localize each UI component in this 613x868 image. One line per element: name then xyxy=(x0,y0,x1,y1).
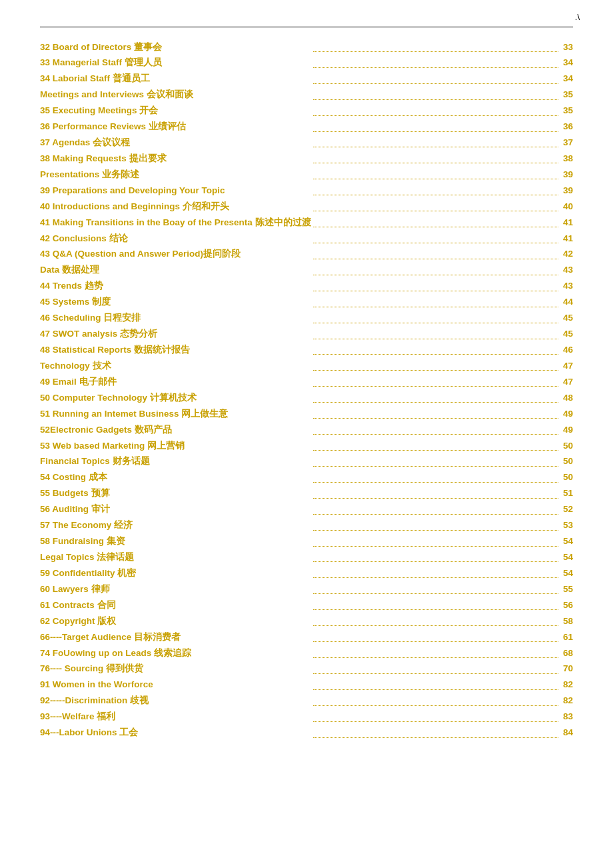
toc-page-number: 52 xyxy=(560,502,573,518)
toc-entry-label: 62 Copyright 版权 xyxy=(40,613,311,629)
toc-entry-label: 92-----Discrimination 歧视 xyxy=(40,693,311,709)
toc-entry-label: 32 Board of Directors 董事会 xyxy=(40,39,311,55)
toc-entry-label: 33 Managerial Staff 管理人员 xyxy=(40,55,311,71)
toc-entry-label: 55 Budgets 预算 xyxy=(40,486,311,502)
toc-page-number: 37 xyxy=(560,135,573,151)
toc-dots xyxy=(311,87,560,103)
toc-dots xyxy=(311,550,560,566)
toc-dots xyxy=(311,438,560,454)
toc-row: 40 Introductions and Beginnings 介绍和开头40 xyxy=(40,199,573,215)
toc-page-number: 54 xyxy=(560,550,573,566)
toc-row: 57 The Economy 经济53 xyxy=(40,518,573,534)
toc-entry-label: 94---Labor Unions 工会 xyxy=(40,725,311,741)
toc-dots xyxy=(311,358,560,374)
toc-entry-label: 45 Systems 制度 xyxy=(40,295,311,311)
toc-dots xyxy=(311,677,560,693)
toc-dots xyxy=(311,151,560,167)
toc-row: 36 Performance Reviews 业绩评估36 xyxy=(40,119,573,135)
toc-dots xyxy=(311,327,560,343)
toc-page-number: 38 xyxy=(560,151,573,167)
toc-row: 76---- Sourcing 得到供货70 xyxy=(40,661,573,677)
toc-row: 50 Computer Technology 计算机技术48 xyxy=(40,390,573,406)
page-number: .\ xyxy=(575,12,580,22)
toc-page-number: 35 xyxy=(560,87,573,103)
toc-dots xyxy=(311,486,560,502)
toc-page-number: 45 xyxy=(560,327,573,343)
toc-entry-label: Legal Topics 法律话题 xyxy=(40,550,311,566)
toc-page-number: 50 xyxy=(560,454,573,470)
toc-entry-label: 57 The Economy 经济 xyxy=(40,518,311,534)
toc-dots xyxy=(311,581,560,597)
toc-page-number: 84 xyxy=(560,725,573,741)
toc-entry-label: 47 SWOT analysis 态势分析 xyxy=(40,327,311,343)
toc-row: Data 数据处理43 xyxy=(40,263,573,279)
toc-row: Technology 技术47 xyxy=(40,358,573,374)
toc-page-number: 49 xyxy=(560,406,573,422)
toc-page-number: 58 xyxy=(560,613,573,629)
toc-entry-label: 91 Women in the Worforce xyxy=(40,677,311,693)
toc-row: 51 Running an Intemet Business 网上做生意49 xyxy=(40,406,573,422)
toc-row: 55 Budgets 预算51 xyxy=(40,486,573,502)
toc-page-number: 61 xyxy=(560,629,573,645)
toc-row: 45 Systems 制度44 xyxy=(40,295,573,311)
toc-page-number: 51 xyxy=(560,486,573,502)
toc-dots xyxy=(311,71,560,87)
toc-row: 94---Labor Unions 工会84 xyxy=(40,725,573,741)
toc-page-number: 46 xyxy=(560,343,573,359)
toc-dots xyxy=(311,295,560,311)
toc-entry-label: 35 Executing Meetings 开会 xyxy=(40,103,311,119)
toc-dots xyxy=(311,597,560,613)
toc-dots xyxy=(311,263,560,279)
toc-page-number: 43 xyxy=(560,263,573,279)
toc-entry-label: Presentations 业务陈述 xyxy=(40,167,311,183)
toc-row: 47 SWOT analysis 态势分析45 xyxy=(40,327,573,343)
toc-entry-label: 58 Fundraising 集资 xyxy=(40,534,311,550)
toc-page-number: 55 xyxy=(560,581,573,597)
toc-page-number: 47 xyxy=(560,374,573,390)
toc-page-number: 41 xyxy=(560,215,573,231)
toc-dots xyxy=(311,709,560,725)
toc-page-number: 47 xyxy=(560,358,573,374)
toc-page-number: 82 xyxy=(560,693,573,709)
toc-dots xyxy=(311,231,560,247)
toc-entry-label: 48 Statistical Reports 数据统计报告 xyxy=(40,343,311,359)
toc-entry-label: Financial Topics 财务话题 xyxy=(40,454,311,470)
toc-row: 66----Target Audience 目标消费者61 xyxy=(40,629,573,645)
toc-row: 43 Q&A (Question and Answer Period)提问阶段4… xyxy=(40,247,573,263)
toc-dots xyxy=(311,374,560,390)
toc-entry-label: 44 Trends 趋势 xyxy=(40,279,311,295)
toc-dots xyxy=(311,39,560,55)
toc-entry-label: 60 Lawyers 律师 xyxy=(40,581,311,597)
toc-page-number: 35 xyxy=(560,103,573,119)
toc-entry-label: 74 FoUowing up on Leads 线索追踪 xyxy=(40,645,311,661)
toc-row: 93----Welfare 福利83 xyxy=(40,709,573,725)
toc-row: 48 Statistical Reports 数据统计报告46 xyxy=(40,343,573,359)
toc-dots xyxy=(311,518,560,534)
toc-dots xyxy=(311,725,560,741)
toc-page-number: 40 xyxy=(560,199,573,215)
toc-entry-label: 37 Agendas 会议议程 xyxy=(40,135,311,151)
toc-entry-label: 93----Welfare 福利 xyxy=(40,709,311,725)
toc-page-number: 68 xyxy=(560,645,573,661)
toc-row: 38 Making Requests 提出要求38 xyxy=(40,151,573,167)
toc-entry-label: 61 Contracts 合同 xyxy=(40,597,311,613)
toc-page-number: 49 xyxy=(560,422,573,438)
toc-page-number: 82 xyxy=(560,677,573,693)
toc-row: 46 Scheduling 日程安排45 xyxy=(40,311,573,327)
toc-dots xyxy=(311,103,560,119)
toc-page-number: 43 xyxy=(560,279,573,295)
top-border xyxy=(40,27,573,27)
toc-page-number: 34 xyxy=(560,71,573,87)
toc-row: Meetings and Interviews 会议和面谈35 xyxy=(40,87,573,103)
toc-entry-label: 43 Q&A (Question and Answer Period)提问阶段 xyxy=(40,247,311,263)
toc-entry-label: 36 Performance Reviews 业绩评估 xyxy=(40,119,311,135)
toc-dots xyxy=(311,119,560,135)
toc-entry-label: 76---- Sourcing 得到供货 xyxy=(40,661,311,677)
toc-dots xyxy=(311,183,560,199)
toc-row: Financial Topics 财务话题50 xyxy=(40,454,573,470)
toc-row: 41 Making Transitions in the Boay of the… xyxy=(40,215,573,231)
toc-dots xyxy=(311,390,560,406)
toc-row: Presentations 业务陈述39 xyxy=(40,167,573,183)
toc-entry-label: 56 Auditing 审计 xyxy=(40,502,311,518)
toc-entry-label: 39 Preparations and Developing Your Topi… xyxy=(40,183,311,199)
